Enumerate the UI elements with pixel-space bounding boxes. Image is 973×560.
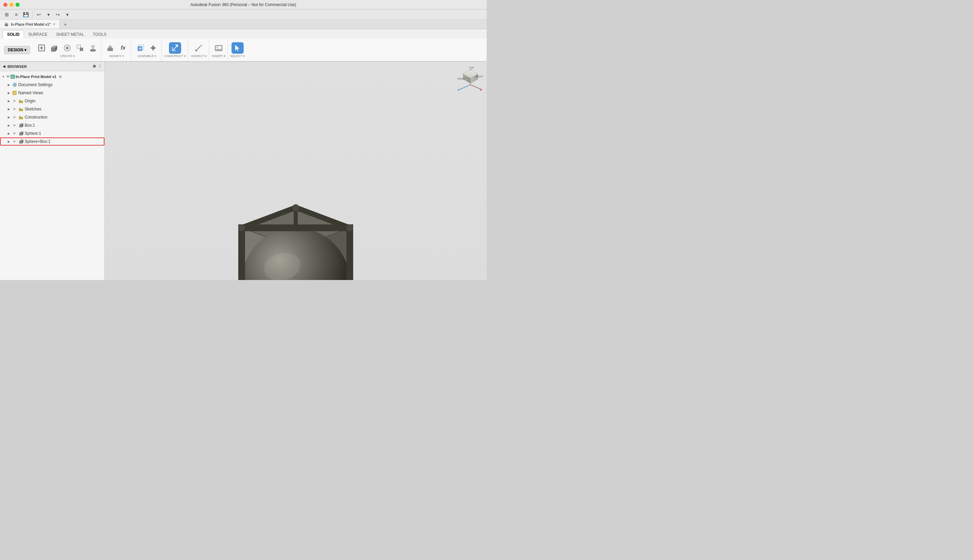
root-visibility-icon[interactable]: 👁 <box>7 75 10 78</box>
loft-btn[interactable] <box>87 42 99 54</box>
svg-text:Z: Z <box>457 89 459 91</box>
select-icons <box>232 42 244 54</box>
root-collapse-icon[interactable]: ▼ <box>2 75 5 79</box>
insert-image-btn[interactable] <box>213 42 225 54</box>
insert-image-icon <box>214 43 224 53</box>
close-button[interactable] <box>3 3 7 7</box>
spherebox1-arrow[interactable]: ▶ <box>7 140 11 143</box>
tree-item-origin[interactable]: ▶ 👁 Origin <box>0 97 104 105</box>
create-label[interactable]: CREATE ▾ <box>60 54 75 58</box>
tab-sheetmetal[interactable]: SHEET METAL <box>52 30 88 38</box>
tree-item-doc-settings[interactable]: ▶ ⚙️ Document Settings <box>0 81 104 89</box>
construction-label: Construction <box>25 115 47 120</box>
undo-icon[interactable]: ↩ <box>35 10 43 18</box>
minimize-button[interactable] <box>10 3 13 7</box>
spherebox1-body-icon <box>18 139 23 144</box>
extrude-btn[interactable] <box>48 42 60 54</box>
fx-btn[interactable]: fx <box>117 42 129 54</box>
modify-icons: fx <box>104 42 129 54</box>
undo-dropdown-icon[interactable]: ▾ <box>44 10 52 18</box>
assemble-group: ASSEMBLE ▾ <box>132 38 162 61</box>
tree-root[interactable]: ▼ 👁 C In-Place Print Model v1 ⚙ <box>0 73 104 81</box>
new-component-btn[interactable] <box>134 42 146 54</box>
main-layout: ◀ BROWSER ⚙ ⋮ ▼ 👁 C In-Place Print Model… <box>0 62 487 280</box>
construction-folder-icon <box>18 115 23 120</box>
collapse-icon[interactable]: ◀ <box>3 65 5 68</box>
joint-btn[interactable] <box>147 42 159 54</box>
box1-arrow[interactable]: ▶ <box>7 123 11 127</box>
browser-title: BROWSER <box>7 65 27 68</box>
new-tab-icon[interactable]: + <box>61 20 69 28</box>
press-pull-btn[interactable] <box>104 42 116 54</box>
spherebox1-eye-icon[interactable]: 👁 <box>12 139 17 144</box>
construct-btn[interactable] <box>169 42 181 54</box>
new-component-icon <box>135 43 145 53</box>
sweep-btn[interactable] <box>74 42 86 54</box>
viewport-bg <box>105 62 487 280</box>
select-label[interactable]: SELECT ▾ <box>230 54 245 58</box>
sketches-arrow[interactable]: ▶ <box>7 107 11 111</box>
create-new-body-btn[interactable] <box>35 42 48 54</box>
redo-dropdown-icon[interactable]: ▾ <box>63 10 71 18</box>
orientation-cube[interactable]: TOP RIGHT FRONT Z X Y <box>457 65 484 92</box>
svg-text:FRONT: FRONT <box>457 78 466 80</box>
measure-btn[interactable] <box>193 42 205 54</box>
svg-point-70 <box>346 224 353 231</box>
hamburger-icon[interactable]: ≡ <box>12 10 20 18</box>
sketches-folder-icon <box>18 107 23 112</box>
maximize-button[interactable] <box>15 3 20 7</box>
svg-rect-39 <box>19 133 22 135</box>
root-file-icon: C <box>10 75 15 79</box>
svg-marker-33 <box>235 45 239 51</box>
sketches-eye-icon[interactable]: 👁 <box>12 107 17 112</box>
tree-item-spherebox1[interactable]: ▶ 👁 Sphere+Box:1 <box>0 137 104 145</box>
sphere1-arrow[interactable]: ▶ <box>7 132 11 135</box>
svg-text:Y: Y <box>470 68 471 71</box>
origin-eye-icon[interactable]: 👁 <box>12 98 17 104</box>
design-dropdown[interactable]: DESIGN ▾ <box>4 46 30 54</box>
tab-solid[interactable]: SOLID <box>3 30 24 38</box>
modify-label[interactable]: MODIFY ▾ <box>110 54 124 58</box>
file-tab-icon: 🖨️ <box>4 22 9 26</box>
root-settings-icon[interactable]: ⚙ <box>59 75 62 79</box>
origin-arrow[interactable]: ▶ <box>7 99 11 103</box>
window-controls[interactable] <box>3 3 20 7</box>
measure-icon <box>194 43 204 53</box>
doc-settings-arrow[interactable]: ▶ <box>7 83 11 87</box>
browser-content: ▼ 👁 C In-Place Print Model v1 ⚙ ▶ ⚙️ Doc… <box>0 71 104 280</box>
tab-tools[interactable]: TOOLS <box>88 30 111 38</box>
doc-settings-label: Document Settings <box>18 82 52 87</box>
insert-label[interactable]: INSERT ▾ <box>212 54 225 58</box>
svg-text:X: X <box>480 89 482 91</box>
box1-label: Box:1 <box>25 123 35 128</box>
tree-item-named-views[interactable]: ▶ Named Views <box>0 89 104 97</box>
select-btn[interactable] <box>232 42 244 54</box>
tree-item-sketches[interactable]: ▶ 👁 Sketches <box>0 105 104 113</box>
sphere1-eye-icon[interactable]: 👁 <box>12 131 17 136</box>
assemble-label[interactable]: ASSEMBLE ▾ <box>137 54 156 58</box>
redo-icon[interactable]: ↪ <box>54 10 62 18</box>
construct-label[interactable]: CONSTRUCT ▾ <box>164 54 186 58</box>
viewport[interactable]: TOP RIGHT FRONT Z X Y ▾ <box>105 62 487 280</box>
browser-settings-icon[interactable]: ⚙ <box>93 64 96 68</box>
tree-item-construction[interactable]: ▶ 👁 Construction <box>0 113 104 121</box>
box1-eye-icon[interactable]: 👁 <box>12 123 17 128</box>
browser-resize-icon[interactable]: ⋮ <box>98 64 102 68</box>
named-views-arrow[interactable]: ▶ <box>7 91 11 95</box>
tree-item-box1[interactable]: ▶ 👁 Box:1 <box>0 121 104 129</box>
sweep-icon <box>75 43 85 53</box>
tree-item-sphere1[interactable]: ▶ 👁 Sphere:1 <box>0 129 104 137</box>
file-tab[interactable]: 🖨️ In-Place Print Model v1* ✕ <box>0 20 60 29</box>
construction-arrow[interactable]: ▶ <box>7 115 11 119</box>
grid-icon[interactable]: ⊞ <box>3 10 11 18</box>
revolve-icon <box>63 43 72 53</box>
select-group: SELECT ▾ <box>229 38 247 61</box>
insert-group: INSERT ▾ <box>210 38 228 61</box>
tab-surface[interactable]: SURFACE <box>24 30 52 38</box>
file-tab-close[interactable]: ✕ <box>53 22 55 26</box>
save-icon[interactable]: 💾 <box>22 10 30 18</box>
revolve-btn[interactable] <box>61 42 73 54</box>
insert-icons <box>213 42 225 54</box>
inspect-label[interactable]: INSPECT ▾ <box>191 54 207 58</box>
construction-eye-icon[interactable]: 👁 <box>12 115 17 120</box>
